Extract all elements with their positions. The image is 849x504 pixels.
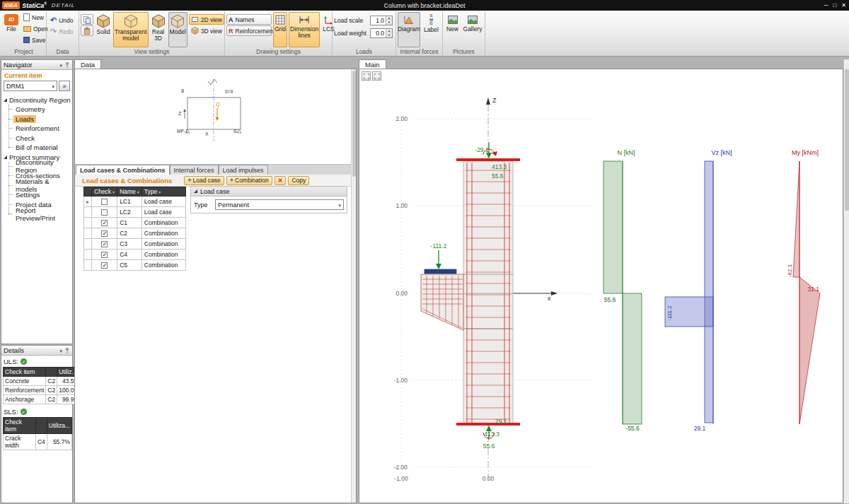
load-case-type-select[interactable]: Permanent [215, 199, 344, 210]
gallery-button[interactable]: Gallery [462, 12, 483, 47]
load-scale-spinner[interactable]: ▲▼ [386, 16, 392, 25]
label-button[interactable]: SMG Label [422, 12, 441, 47]
tab-load-cases[interactable]: Load cases & Combinations [76, 165, 170, 175]
data-panel-scrollbar[interactable] [351, 69, 356, 503]
sidebar-item-materials-models[interactable]: Materials & models [13, 181, 71, 191]
open-button[interactable]: Open [21, 23, 50, 34]
spin-down-icon[interactable]: ▼ [386, 33, 392, 37]
collapse-icon[interactable] [59, 61, 62, 69]
zoom-window-button[interactable] [372, 71, 381, 81]
row-checkbox[interactable] [101, 199, 108, 205]
table-row[interactable]: C3 Combination [84, 239, 186, 250]
row-checkbox[interactable] [101, 262, 108, 269]
delete-button[interactable] [275, 176, 287, 185]
sidebar-item-geometry[interactable]: Geometry [13, 105, 71, 115]
svg-text:55.6: 55.6 [483, 443, 495, 450]
new-picture-button[interactable]: New [444, 12, 461, 47]
titlebar: IDEA StatiCa® DETAIL Column with bracket… [0, 0, 849, 11]
table-row[interactable]: LC1 Load case [84, 197, 186, 207]
tab-data[interactable]: Data [74, 59, 101, 69]
current-item-select[interactable]: DRM1 [4, 81, 57, 91]
add-combination-button[interactable]: Combination [226, 176, 272, 185]
group-label-data: Data [48, 48, 77, 56]
tree-group-discontinuity[interactable]: Discontinuity Region [4, 95, 71, 105]
table-row[interactable]: LC2 Load case [84, 207, 186, 218]
zoom-fit-button[interactable] [362, 71, 371, 81]
close-button[interactable] [841, 2, 846, 8]
section-title: Load cases & Combinations [82, 177, 172, 184]
sidebar-item-loads[interactable]: Loads [13, 115, 71, 124]
redo-button[interactable]: ↷ Redo [48, 26, 76, 37]
copy-button[interactable]: Copy [288, 176, 309, 185]
copy-picture-button[interactable] [81, 14, 93, 25]
row-checkbox[interactable] [101, 230, 108, 237]
model-view-button[interactable]: Model [168, 12, 187, 47]
row-checkbox[interactable] [101, 252, 108, 258]
main-canvas[interactable]: 2.00 1.00 0.00 -1.00 -2.00 -1.00 0.00 Z [359, 69, 843, 503]
sidebar-item-check[interactable]: Check [13, 134, 71, 143]
table-row[interactable]: Anchorage C2 99.9% [4, 395, 81, 404]
app-window: IDEA StatiCa® DETAIL Column with bracket… [0, 0, 849, 504]
column-drawing[interactable] [456, 158, 520, 426]
file-button[interactable]: ID File [3, 12, 20, 47]
grid-toggle-button[interactable]: Grid [273, 12, 287, 47]
svg-text:2.00: 2.00 [395, 115, 408, 122]
pin-icon[interactable] [64, 61, 70, 69]
ribbon: ID File New Open Save [0, 11, 849, 57]
table-row[interactable]: C2 Combination [84, 228, 186, 239]
load-weight-input[interactable]: 0.0 ▲▼ [370, 28, 393, 38]
maximize-button[interactable] [833, 2, 836, 8]
navigator-header: Navigator [1, 60, 72, 70]
table-row[interactable]: Crack width C4 55.7% [4, 434, 72, 450]
table-row[interactable]: C4 Combination [84, 250, 186, 260]
paste-icon [83, 27, 91, 35]
uls-ok-icon [21, 358, 27, 365]
table-row[interactable]: Reinforcement C2 100.0% [4, 386, 81, 395]
dimension-lines-button[interactable]: Dimension lines [289, 12, 320, 47]
load-case-detail-header[interactable]: Load case [191, 187, 347, 197]
collapse-icon[interactable] [59, 346, 62, 354]
go-to-item-button[interactable] [59, 81, 70, 91]
pin-icon[interactable] [64, 347, 70, 354]
view-2d-button[interactable]: 2D view [189, 14, 224, 25]
spin-down-icon[interactable]: ▼ [386, 20, 392, 25]
vertical-scrollbar[interactable] [843, 59, 849, 503]
names-toggle-button[interactable]: A Names [226, 14, 272, 25]
idea-logo-badge: IDEA [2, 1, 20, 9]
ribbon-group-view: Solid Transparent model Real 3D Model [79, 11, 225, 56]
table-row[interactable]: C1 Combination [84, 218, 186, 228]
undo-button[interactable]: ↶ Undo [48, 15, 76, 25]
scrollbar-thumb[interactable] [845, 69, 849, 211]
details-header: Details [1, 346, 72, 356]
sidebar-item-discontinuity-region[interactable]: Discontinuity Region [13, 162, 71, 172]
solid-view-button[interactable]: Solid [95, 12, 112, 47]
diagram-button[interactable]: Diagram [398, 12, 420, 47]
sidebar-item-settings[interactable]: Settings [13, 190, 71, 200]
load-scale-input[interactable]: 1.0 ▲▼ [370, 16, 393, 25]
paste-picture-button[interactable] [81, 25, 93, 36]
sidebar-item-report-preview[interactable]: Report Preview/Print [13, 209, 71, 219]
tab-internal-forces[interactable]: Internal forces [170, 165, 219, 175]
load-weight-spinner[interactable]: ▲▼ [386, 29, 392, 37]
sidebar-item-reinforcement[interactable]: Reinforcement [13, 124, 71, 134]
view-3d-button[interactable]: 3D view [189, 25, 224, 36]
save-button[interactable]: Save [21, 35, 50, 45]
table-row[interactable]: Concrete C2 43.5% [4, 377, 81, 386]
row-checkbox[interactable] [101, 241, 108, 247]
tab-main[interactable]: Main [359, 59, 386, 69]
real-3d-button[interactable]: Real 3D [150, 12, 167, 47]
expanded-icon [194, 189, 197, 193]
real-3d-cube-icon [151, 14, 166, 28]
transparent-model-button[interactable]: Transparent model [113, 12, 149, 47]
row-checkbox[interactable] [101, 209, 108, 216]
row-checkbox[interactable] [101, 220, 108, 226]
sidebar-item-bill-of-material[interactable]: Bill of material [13, 143, 71, 153]
svg-text:Vz [kN]: Vz [kN] [711, 149, 732, 156]
tab-load-impulses[interactable]: Load impulses [219, 165, 268, 175]
minimize-button[interactable] [824, 2, 828, 8]
add-load-case-button[interactable]: Load case [184, 176, 224, 185]
bracket-drawing[interactable] [421, 269, 463, 330]
reinforcement-toggle-button[interactable]: R Reinforcement [226, 25, 272, 36]
new-project-button[interactable]: New [21, 12, 50, 23]
table-row[interactable]: C5 Combination [84, 260, 186, 271]
